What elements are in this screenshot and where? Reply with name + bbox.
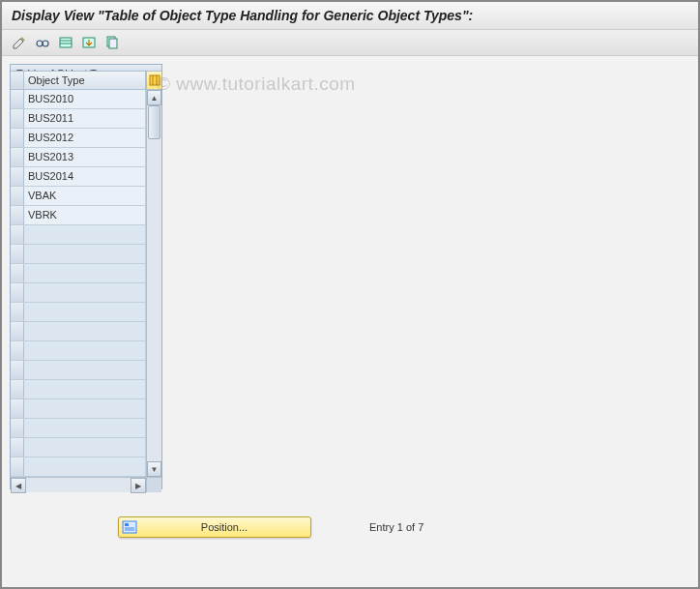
cell-object-type[interactable]: BUS2012 (24, 129, 146, 147)
cell-empty[interactable] (24, 399, 146, 418)
table-icon[interactable] (56, 33, 75, 52)
row-handle[interactable] (11, 109, 24, 128)
row-handle[interactable] (11, 206, 24, 224)
table-row[interactable]: BUS2012 (11, 129, 146, 148)
row-handle[interactable] (11, 187, 24, 205)
scroll-down-button[interactable]: ▼ (147, 461, 161, 477)
position-icon (121, 519, 138, 535)
table-row[interactable] (11, 264, 146, 283)
row-handle[interactable] (11, 380, 24, 398)
toolbar (2, 30, 698, 56)
content-area: © www.tutorialkart.com Table of Object T… (2, 56, 698, 549)
copy-icon[interactable] (102, 33, 122, 52)
row-handle[interactable] (11, 90, 24, 108)
table-row[interactable]: VBRK (11, 206, 146, 225)
table-row[interactable]: BUS2011 (11, 109, 146, 129)
svg-rect-7 (109, 39, 117, 48)
horizontal-scrollbar[interactable]: ◀ ▶ (11, 477, 161, 492)
entry-counter: Entry 1 of 7 (369, 521, 423, 533)
svg-rect-2 (60, 38, 72, 47)
row-handle[interactable] (11, 303, 24, 321)
footer: Position... Entry 1 of 7 (2, 516, 698, 538)
cell-empty[interactable] (24, 283, 146, 302)
row-handle[interactable] (11, 283, 24, 302)
column-header-object-type[interactable]: Object Type (24, 72, 146, 89)
cell-empty[interactable] (24, 341, 146, 360)
table-row[interactable]: VBAK (11, 187, 146, 206)
vertical-scrollbar[interactable]: ▲ ▼ (146, 90, 161, 477)
table-row[interactable] (11, 380, 146, 399)
svg-point-0 (37, 41, 43, 46)
cell-empty[interactable] (24, 303, 146, 321)
row-handle[interactable] (11, 399, 24, 418)
cell-empty[interactable] (24, 322, 146, 340)
row-handle[interactable] (11, 457, 24, 476)
scroll-track-h[interactable] (26, 478, 131, 492)
row-handle[interactable] (11, 322, 24, 340)
position-button-label: Position... (142, 521, 306, 533)
svg-point-1 (43, 41, 48, 46)
table-row[interactable] (11, 225, 146, 245)
row-handle-header (11, 72, 24, 89)
table-row[interactable] (11, 283, 146, 303)
cell-empty[interactable] (24, 264, 146, 282)
edit-icon[interactable] (10, 33, 29, 52)
cell-empty[interactable] (24, 361, 146, 379)
watermark: © www.tutorialkart.com (157, 74, 356, 95)
table-row[interactable] (11, 399, 146, 419)
row-handle[interactable] (11, 361, 24, 379)
row-handle[interactable] (11, 264, 24, 282)
row-handle[interactable] (11, 225, 24, 244)
table-row[interactable]: BUS2014 (11, 167, 146, 187)
scroll-corner (146, 478, 161, 492)
cell-object-type[interactable]: BUS2013 (24, 148, 146, 166)
export-icon[interactable] (79, 33, 99, 52)
scroll-right-button[interactable]: ▶ (131, 478, 146, 493)
cell-empty[interactable] (24, 457, 146, 476)
table-row[interactable] (11, 303, 146, 322)
row-handle[interactable] (11, 341, 24, 360)
table-title: Table of Object Typ... (11, 65, 161, 72)
cell-object-type[interactable]: VBAK (24, 187, 146, 205)
row-handle[interactable] (11, 438, 24, 456)
cell-object-type[interactable]: BUS2014 (24, 167, 146, 186)
scroll-track[interactable] (147, 105, 161, 461)
cell-object-type[interactable]: BUS2011 (24, 109, 146, 128)
cell-empty[interactable] (24, 419, 146, 437)
scroll-left-button[interactable]: ◀ (11, 478, 26, 493)
table-row[interactable] (11, 361, 146, 380)
table-header-row: Object Type (11, 72, 161, 90)
svg-rect-8 (150, 75, 160, 85)
table-row[interactable] (11, 419, 146, 438)
table-row[interactable] (11, 322, 146, 341)
table-row[interactable] (11, 457, 146, 477)
scroll-up-button[interactable]: ▲ (147, 90, 161, 105)
row-handle[interactable] (11, 167, 24, 186)
svg-rect-11 (123, 521, 136, 533)
table-row[interactable]: BUS2010 (11, 90, 146, 109)
table-row[interactable]: BUS2013 (11, 148, 146, 167)
cell-empty[interactable] (24, 380, 146, 398)
row-handle[interactable] (11, 129, 24, 147)
row-handle[interactable] (11, 245, 24, 263)
table-panel: Table of Object Typ... Object Type BUS20… (10, 64, 162, 489)
scroll-thumb[interactable] (148, 105, 160, 139)
table-row[interactable] (11, 438, 146, 457)
cell-empty[interactable] (24, 438, 146, 456)
rows-area: BUS2010BUS2011BUS2012BUS2013BUS2014VBAKV… (11, 90, 146, 477)
table-row[interactable] (11, 341, 146, 361)
position-button[interactable]: Position... (118, 516, 311, 538)
row-handle[interactable] (11, 419, 24, 437)
table-body: BUS2010BUS2011BUS2012BUS2013BUS2014VBAKV… (11, 90, 161, 477)
cell-empty[interactable] (24, 225, 146, 244)
cell-object-type[interactable]: VBRK (24, 206, 146, 224)
cell-object-type[interactable]: BUS2010 (24, 90, 146, 108)
cell-empty[interactable] (24, 245, 146, 263)
page-title: Display View "Table of Object Type Handl… (2, 2, 698, 30)
svg-rect-12 (125, 523, 129, 526)
glasses-icon[interactable] (33, 33, 52, 52)
table-row[interactable] (11, 245, 146, 264)
row-handle[interactable] (11, 148, 24, 166)
configure-columns-button[interactable] (146, 72, 161, 89)
